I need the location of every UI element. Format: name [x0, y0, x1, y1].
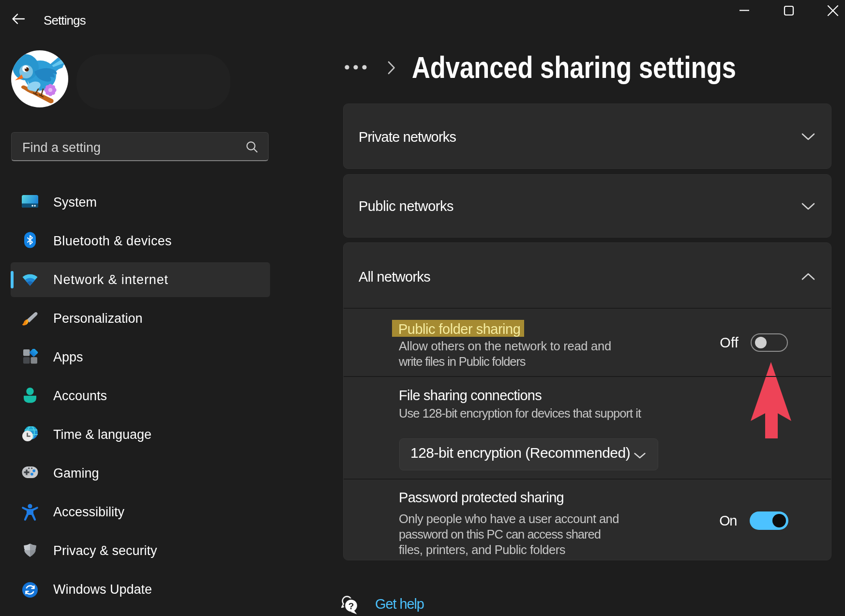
svg-text:?: ?	[348, 601, 354, 611]
